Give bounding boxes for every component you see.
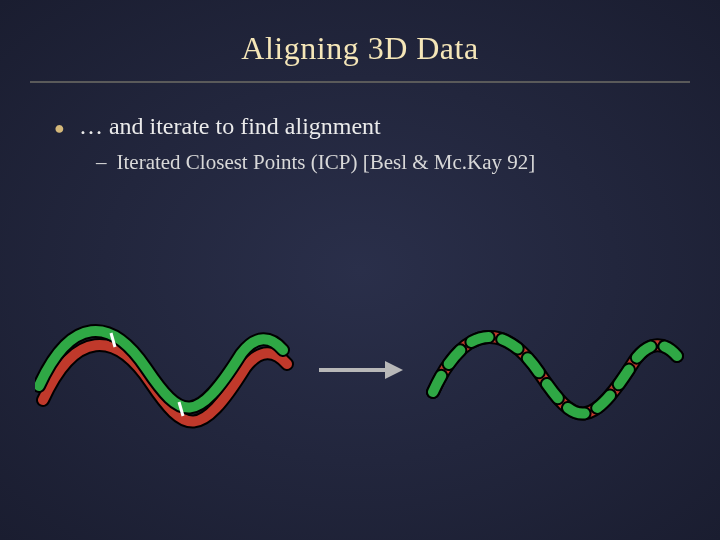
bullet-main-text: … and iterate to find alignment [79, 113, 381, 140]
bullet-sub-text: Iterated Closest Points (ICP) [Besl & Mc… [117, 150, 536, 175]
slide: Aligning 3D Data ● … and iterate to find… [0, 0, 720, 540]
figure-area [0, 300, 720, 440]
title-underline [30, 81, 690, 83]
arrow-icon [315, 355, 405, 385]
curves-after-icon [425, 300, 685, 440]
bullet-main: ● … and iterate to find alignment [50, 113, 670, 140]
slide-title: Aligning 3D Data [50, 30, 670, 67]
curves-before-icon [35, 300, 295, 440]
svg-marker-3 [385, 361, 403, 379]
bullet-sub: – Iterated Closest Points (ICP) [Besl & … [96, 150, 670, 175]
bullet-dot-icon: ● [54, 118, 65, 139]
dash-icon: – [96, 150, 107, 175]
